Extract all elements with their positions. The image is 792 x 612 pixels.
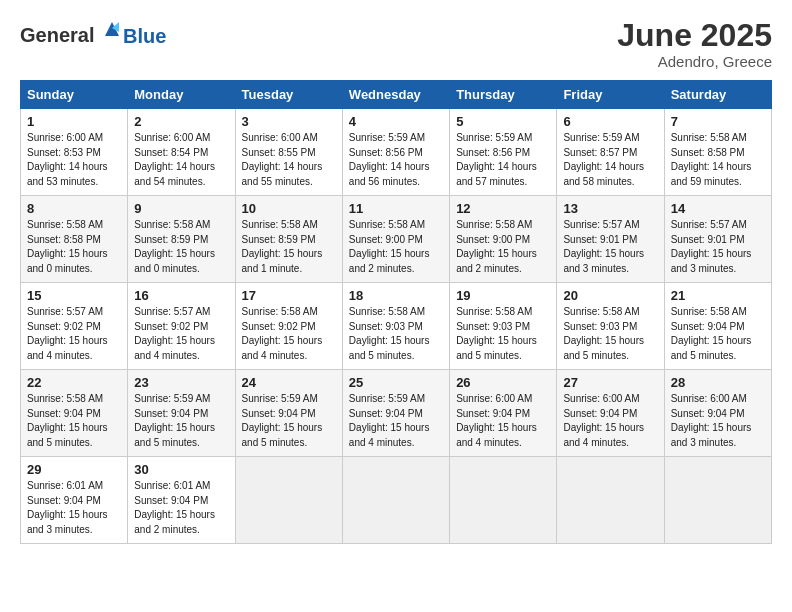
day-info: Sunrise: 6:01 AMSunset: 9:04 PMDaylight:… <box>27 479 121 537</box>
day-info: Sunrise: 6:00 AMSunset: 9:04 PMDaylight:… <box>671 392 765 450</box>
day-number: 3 <box>242 114 336 129</box>
column-header-monday: Monday <box>128 81 235 109</box>
day-number: 5 <box>456 114 550 129</box>
calendar-cell: 11Sunrise: 5:58 AMSunset: 9:00 PMDayligh… <box>342 196 449 283</box>
calendar-cell: 5Sunrise: 5:59 AMSunset: 8:56 PMDaylight… <box>450 109 557 196</box>
calendar-cell: 25Sunrise: 5:59 AMSunset: 9:04 PMDayligh… <box>342 370 449 457</box>
day-info: Sunrise: 5:58 AMSunset: 9:03 PMDaylight:… <box>563 305 657 363</box>
day-number: 12 <box>456 201 550 216</box>
calendar-cell: 18Sunrise: 5:58 AMSunset: 9:03 PMDayligh… <box>342 283 449 370</box>
day-number: 14 <box>671 201 765 216</box>
calendar-cell: 9Sunrise: 5:58 AMSunset: 8:59 PMDaylight… <box>128 196 235 283</box>
day-info: Sunrise: 5:59 AMSunset: 8:57 PMDaylight:… <box>563 131 657 189</box>
calendar-cell: 12Sunrise: 5:58 AMSunset: 9:00 PMDayligh… <box>450 196 557 283</box>
day-info: Sunrise: 5:58 AMSunset: 8:59 PMDaylight:… <box>242 218 336 276</box>
calendar-table: SundayMondayTuesdayWednesdayThursdayFrid… <box>20 80 772 544</box>
month-title: June 2025 <box>617 18 772 53</box>
calendar-cell: 6Sunrise: 5:59 AMSunset: 8:57 PMDaylight… <box>557 109 664 196</box>
calendar-cell: 26Sunrise: 6:00 AMSunset: 9:04 PMDayligh… <box>450 370 557 457</box>
day-info: Sunrise: 5:58 AMSunset: 8:59 PMDaylight:… <box>134 218 228 276</box>
calendar-cell: 7Sunrise: 5:58 AMSunset: 8:58 PMDaylight… <box>664 109 771 196</box>
day-number: 29 <box>27 462 121 477</box>
column-header-sunday: Sunday <box>21 81 128 109</box>
day-number: 24 <box>242 375 336 390</box>
calendar-cell: 29Sunrise: 6:01 AMSunset: 9:04 PMDayligh… <box>21 457 128 544</box>
calendar-cell: 13Sunrise: 5:57 AMSunset: 9:01 PMDayligh… <box>557 196 664 283</box>
day-info: Sunrise: 5:58 AMSunset: 9:04 PMDaylight:… <box>671 305 765 363</box>
calendar-cell: 20Sunrise: 5:58 AMSunset: 9:03 PMDayligh… <box>557 283 664 370</box>
calendar-cell: 14Sunrise: 5:57 AMSunset: 9:01 PMDayligh… <box>664 196 771 283</box>
day-info: Sunrise: 5:58 AMSunset: 9:00 PMDaylight:… <box>349 218 443 276</box>
day-number: 30 <box>134 462 228 477</box>
calendar-cell <box>235 457 342 544</box>
day-info: Sunrise: 5:57 AMSunset: 9:02 PMDaylight:… <box>27 305 121 363</box>
calendar-week-row: 15Sunrise: 5:57 AMSunset: 9:02 PMDayligh… <box>21 283 772 370</box>
calendar-cell: 27Sunrise: 6:00 AMSunset: 9:04 PMDayligh… <box>557 370 664 457</box>
calendar-week-row: 22Sunrise: 5:58 AMSunset: 9:04 PMDayligh… <box>21 370 772 457</box>
title-block: June 2025 Adendro, Greece <box>617 18 772 70</box>
column-header-saturday: Saturday <box>664 81 771 109</box>
day-info: Sunrise: 5:57 AMSunset: 9:01 PMDaylight:… <box>671 218 765 276</box>
day-number: 21 <box>671 288 765 303</box>
day-info: Sunrise: 5:58 AMSunset: 9:04 PMDaylight:… <box>27 392 121 450</box>
day-info: Sunrise: 5:57 AMSunset: 9:02 PMDaylight:… <box>134 305 228 363</box>
calendar-cell: 22Sunrise: 5:58 AMSunset: 9:04 PMDayligh… <box>21 370 128 457</box>
calendar-cell: 8Sunrise: 5:58 AMSunset: 8:58 PMDaylight… <box>21 196 128 283</box>
day-number: 9 <box>134 201 228 216</box>
day-info: Sunrise: 6:00 AMSunset: 8:53 PMDaylight:… <box>27 131 121 189</box>
calendar-cell <box>557 457 664 544</box>
calendar-cell: 17Sunrise: 5:58 AMSunset: 9:02 PMDayligh… <box>235 283 342 370</box>
calendar-cell: 24Sunrise: 5:59 AMSunset: 9:04 PMDayligh… <box>235 370 342 457</box>
day-number: 26 <box>456 375 550 390</box>
calendar-cell <box>664 457 771 544</box>
day-number: 22 <box>27 375 121 390</box>
calendar-cell <box>450 457 557 544</box>
day-number: 20 <box>563 288 657 303</box>
day-number: 6 <box>563 114 657 129</box>
day-number: 1 <box>27 114 121 129</box>
day-info: Sunrise: 5:59 AMSunset: 9:04 PMDaylight:… <box>134 392 228 450</box>
calendar-cell: 19Sunrise: 5:58 AMSunset: 9:03 PMDayligh… <box>450 283 557 370</box>
logo-blue-text: Blue <box>123 26 166 46</box>
day-info: Sunrise: 5:59 AMSunset: 8:56 PMDaylight:… <box>349 131 443 189</box>
day-number: 2 <box>134 114 228 129</box>
calendar-cell: 16Sunrise: 5:57 AMSunset: 9:02 PMDayligh… <box>128 283 235 370</box>
calendar-cell: 15Sunrise: 5:57 AMSunset: 9:02 PMDayligh… <box>21 283 128 370</box>
column-header-tuesday: Tuesday <box>235 81 342 109</box>
page-header: General Blue June 2025 Adendro, Greece <box>20 18 772 70</box>
day-info: Sunrise: 5:58 AMSunset: 8:58 PMDaylight:… <box>671 131 765 189</box>
calendar-week-row: 8Sunrise: 5:58 AMSunset: 8:58 PMDaylight… <box>21 196 772 283</box>
day-number: 4 <box>349 114 443 129</box>
day-info: Sunrise: 6:01 AMSunset: 9:04 PMDaylight:… <box>134 479 228 537</box>
day-number: 8 <box>27 201 121 216</box>
day-number: 23 <box>134 375 228 390</box>
day-info: Sunrise: 6:00 AMSunset: 8:54 PMDaylight:… <box>134 131 228 189</box>
logo-icon <box>101 18 123 40</box>
day-info: Sunrise: 5:58 AMSunset: 9:02 PMDaylight:… <box>242 305 336 363</box>
day-number: 16 <box>134 288 228 303</box>
calendar-cell: 4Sunrise: 5:59 AMSunset: 8:56 PMDaylight… <box>342 109 449 196</box>
day-info: Sunrise: 5:57 AMSunset: 9:01 PMDaylight:… <box>563 218 657 276</box>
calendar-cell: 21Sunrise: 5:58 AMSunset: 9:04 PMDayligh… <box>664 283 771 370</box>
day-info: Sunrise: 6:00 AMSunset: 8:55 PMDaylight:… <box>242 131 336 189</box>
day-info: Sunrise: 5:58 AMSunset: 9:03 PMDaylight:… <box>456 305 550 363</box>
day-info: Sunrise: 6:00 AMSunset: 9:04 PMDaylight:… <box>456 392 550 450</box>
day-number: 17 <box>242 288 336 303</box>
day-info: Sunrise: 6:00 AMSunset: 9:04 PMDaylight:… <box>563 392 657 450</box>
day-number: 18 <box>349 288 443 303</box>
calendar-header-row: SundayMondayTuesdayWednesdayThursdayFrid… <box>21 81 772 109</box>
logo: General Blue <box>20 18 166 46</box>
day-info: Sunrise: 5:59 AMSunset: 9:04 PMDaylight:… <box>349 392 443 450</box>
day-number: 15 <box>27 288 121 303</box>
calendar-week-row: 29Sunrise: 6:01 AMSunset: 9:04 PMDayligh… <box>21 457 772 544</box>
column-header-thursday: Thursday <box>450 81 557 109</box>
calendar-cell: 1Sunrise: 6:00 AMSunset: 8:53 PMDaylight… <box>21 109 128 196</box>
day-info: Sunrise: 5:58 AMSunset: 8:58 PMDaylight:… <box>27 218 121 276</box>
calendar-cell: 23Sunrise: 5:59 AMSunset: 9:04 PMDayligh… <box>128 370 235 457</box>
calendar-cell: 10Sunrise: 5:58 AMSunset: 8:59 PMDayligh… <box>235 196 342 283</box>
column-header-friday: Friday <box>557 81 664 109</box>
calendar-cell: 28Sunrise: 6:00 AMSunset: 9:04 PMDayligh… <box>664 370 771 457</box>
day-info: Sunrise: 5:58 AMSunset: 9:03 PMDaylight:… <box>349 305 443 363</box>
calendar-week-row: 1Sunrise: 6:00 AMSunset: 8:53 PMDaylight… <box>21 109 772 196</box>
calendar-cell <box>342 457 449 544</box>
